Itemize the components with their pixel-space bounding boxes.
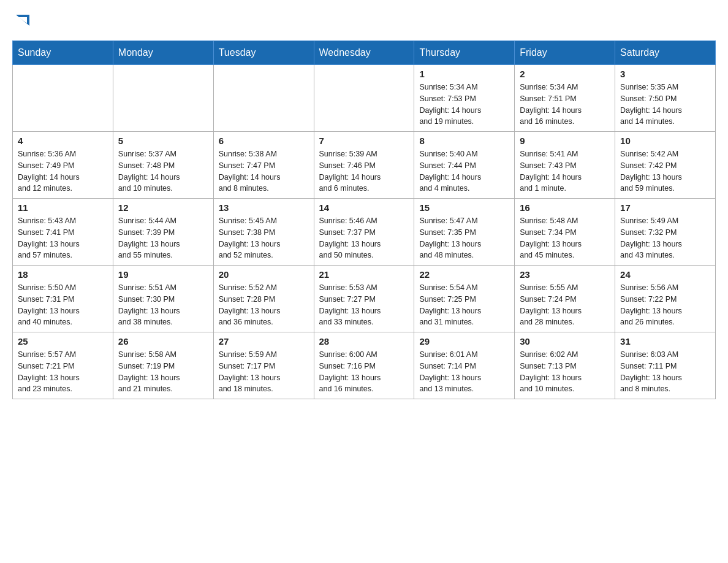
calendar-cell: 18Sunrise: 5:50 AM Sunset: 7:31 PM Dayli… — [13, 266, 113, 332]
day-number: 2 — [520, 69, 610, 79]
calendar-cell: 21Sunrise: 5:53 AM Sunset: 7:27 PM Dayli… — [314, 266, 414, 332]
calendar-week-row: 11Sunrise: 5:43 AM Sunset: 7:41 PM Dayli… — [13, 199, 716, 266]
day-number: 11 — [18, 202, 108, 213]
day-info: Sunrise: 5:50 AM Sunset: 7:31 PM Dayligh… — [18, 282, 108, 328]
day-info: Sunrise: 5:39 AM Sunset: 7:46 PM Dayligh… — [319, 148, 409, 194]
day-number: 24 — [620, 269, 710, 280]
calendar-cell: 7Sunrise: 5:39 AM Sunset: 7:46 PM Daylig… — [314, 132, 414, 199]
day-info: Sunrise: 6:01 AM Sunset: 7:14 PM Dayligh… — [419, 349, 509, 395]
calendar-cell: 10Sunrise: 5:42 AM Sunset: 7:42 PM Dayli… — [615, 132, 716, 199]
calendar-cell: 17Sunrise: 5:49 AM Sunset: 7:32 PM Dayli… — [615, 199, 716, 266]
day-number: 27 — [219, 336, 309, 347]
day-number: 19 — [118, 269, 208, 280]
day-number: 25 — [18, 336, 108, 347]
calendar-cell — [314, 65, 414, 132]
day-info: Sunrise: 5:42 AM Sunset: 7:42 PM Dayligh… — [620, 148, 710, 194]
day-info: Sunrise: 5:57 AM Sunset: 7:21 PM Dayligh… — [18, 349, 108, 395]
day-number: 4 — [18, 136, 108, 146]
header — [12, 12, 716, 31]
day-number: 8 — [419, 136, 509, 146]
day-info: Sunrise: 5:38 AM Sunset: 7:47 PM Dayligh… — [219, 148, 309, 194]
day-number: 23 — [520, 269, 610, 280]
day-info: Sunrise: 5:46 AM Sunset: 7:37 PM Dayligh… — [319, 215, 409, 261]
weekday-header-wednesday: Wednesday — [314, 41, 414, 65]
calendar-cell: 2Sunrise: 5:34 AM Sunset: 7:51 PM Daylig… — [515, 65, 615, 132]
day-number: 9 — [520, 136, 610, 146]
day-number: 31 — [620, 336, 710, 347]
calendar-cell: 11Sunrise: 5:43 AM Sunset: 7:41 PM Dayli… — [13, 199, 113, 266]
day-info: Sunrise: 5:37 AM Sunset: 7:48 PM Dayligh… — [118, 148, 208, 194]
day-number: 3 — [620, 69, 710, 79]
calendar-cell: 24Sunrise: 5:56 AM Sunset: 7:22 PM Dayli… — [615, 266, 716, 332]
calendar-week-row: 1Sunrise: 5:34 AM Sunset: 7:53 PM Daylig… — [13, 65, 716, 132]
day-info: Sunrise: 5:54 AM Sunset: 7:25 PM Dayligh… — [419, 282, 509, 328]
calendar-cell: 4Sunrise: 5:36 AM Sunset: 7:49 PM Daylig… — [13, 132, 113, 199]
weekday-header-sunday: Sunday — [13, 41, 113, 65]
day-number: 15 — [419, 202, 509, 213]
logo-triangle-icon — [13, 12, 32, 31]
calendar-cell — [13, 65, 113, 132]
day-info: Sunrise: 5:58 AM Sunset: 7:19 PM Dayligh… — [118, 349, 208, 395]
day-number: 28 — [319, 336, 409, 347]
calendar-cell: 5Sunrise: 5:37 AM Sunset: 7:48 PM Daylig… — [113, 132, 213, 199]
weekday-header-thursday: Thursday — [414, 41, 515, 65]
day-info: Sunrise: 5:55 AM Sunset: 7:24 PM Dayligh… — [520, 282, 610, 328]
calendar-cell: 16Sunrise: 5:48 AM Sunset: 7:34 PM Dayli… — [515, 199, 615, 266]
day-info: Sunrise: 5:34 AM Sunset: 7:51 PM Dayligh… — [520, 82, 610, 128]
calendar-cell: 14Sunrise: 5:46 AM Sunset: 7:37 PM Dayli… — [314, 199, 414, 266]
calendar-week-row: 25Sunrise: 5:57 AM Sunset: 7:21 PM Dayli… — [13, 332, 716, 399]
calendar-cell — [113, 65, 213, 132]
day-info: Sunrise: 5:44 AM Sunset: 7:39 PM Dayligh… — [118, 215, 208, 261]
day-info: Sunrise: 5:34 AM Sunset: 7:53 PM Dayligh… — [419, 82, 509, 128]
day-info: Sunrise: 5:45 AM Sunset: 7:38 PM Dayligh… — [219, 215, 309, 261]
calendar-cell: 12Sunrise: 5:44 AM Sunset: 7:39 PM Dayli… — [113, 199, 213, 266]
day-info: Sunrise: 6:00 AM Sunset: 7:16 PM Dayligh… — [319, 349, 409, 395]
weekday-header-friday: Friday — [515, 41, 615, 65]
calendar-cell — [213, 65, 314, 132]
day-info: Sunrise: 5:41 AM Sunset: 7:43 PM Dayligh… — [520, 148, 610, 194]
day-info: Sunrise: 6:02 AM Sunset: 7:13 PM Dayligh… — [520, 349, 610, 395]
calendar-cell: 20Sunrise: 5:52 AM Sunset: 7:28 PM Dayli… — [213, 266, 314, 332]
day-number: 20 — [219, 269, 309, 280]
day-info: Sunrise: 5:40 AM Sunset: 7:44 PM Dayligh… — [419, 148, 509, 194]
day-number: 6 — [219, 136, 309, 146]
weekday-header-saturday: Saturday — [615, 41, 716, 65]
calendar-table: SundayMondayTuesdayWednesdayThursdayFrid… — [12, 40, 716, 399]
day-info: Sunrise: 5:35 AM Sunset: 7:50 PM Dayligh… — [620, 82, 710, 128]
day-number: 17 — [620, 202, 710, 213]
calendar-header-row: SundayMondayTuesdayWednesdayThursdayFrid… — [13, 41, 716, 65]
day-number: 1 — [419, 69, 509, 79]
calendar-cell: 9Sunrise: 5:41 AM Sunset: 7:43 PM Daylig… — [515, 132, 615, 199]
day-number: 18 — [18, 269, 108, 280]
day-info: Sunrise: 5:48 AM Sunset: 7:34 PM Dayligh… — [520, 215, 610, 261]
day-info: Sunrise: 5:51 AM Sunset: 7:30 PM Dayligh… — [118, 282, 208, 328]
day-number: 12 — [118, 202, 208, 213]
day-info: Sunrise: 6:03 AM Sunset: 7:11 PM Dayligh… — [620, 349, 710, 395]
calendar-week-row: 18Sunrise: 5:50 AM Sunset: 7:31 PM Dayli… — [13, 266, 716, 332]
calendar-cell: 13Sunrise: 5:45 AM Sunset: 7:38 PM Dayli… — [213, 199, 314, 266]
day-number: 7 — [319, 136, 409, 146]
day-number: 22 — [419, 269, 509, 280]
calendar-cell: 23Sunrise: 5:55 AM Sunset: 7:24 PM Dayli… — [515, 266, 615, 332]
day-number: 29 — [419, 336, 509, 347]
calendar-cell: 22Sunrise: 5:54 AM Sunset: 7:25 PM Dayli… — [414, 266, 515, 332]
day-info: Sunrise: 5:59 AM Sunset: 7:17 PM Dayligh… — [219, 349, 309, 395]
day-number: 30 — [520, 336, 610, 347]
calendar-cell: 6Sunrise: 5:38 AM Sunset: 7:47 PM Daylig… — [213, 132, 314, 199]
svg-marker-1 — [18, 17, 27, 23]
calendar-cell: 25Sunrise: 5:57 AM Sunset: 7:21 PM Dayli… — [13, 332, 113, 399]
calendar-cell: 29Sunrise: 6:01 AM Sunset: 7:14 PM Dayli… — [414, 332, 515, 399]
day-number: 26 — [118, 336, 208, 347]
calendar-cell: 15Sunrise: 5:47 AM Sunset: 7:35 PM Dayli… — [414, 199, 515, 266]
logo — [12, 12, 32, 31]
day-number: 5 — [118, 136, 208, 146]
weekday-header-tuesday: Tuesday — [213, 41, 314, 65]
day-number: 21 — [319, 269, 409, 280]
day-info: Sunrise: 5:36 AM Sunset: 7:49 PM Dayligh… — [18, 148, 108, 194]
day-info: Sunrise: 5:56 AM Sunset: 7:22 PM Dayligh… — [620, 282, 710, 328]
day-number: 14 — [319, 202, 409, 213]
calendar-cell: 26Sunrise: 5:58 AM Sunset: 7:19 PM Dayli… — [113, 332, 213, 399]
calendar-cell: 31Sunrise: 6:03 AM Sunset: 7:11 PM Dayli… — [615, 332, 716, 399]
calendar-cell: 3Sunrise: 5:35 AM Sunset: 7:50 PM Daylig… — [615, 65, 716, 132]
calendar-cell: 30Sunrise: 6:02 AM Sunset: 7:13 PM Dayli… — [515, 332, 615, 399]
